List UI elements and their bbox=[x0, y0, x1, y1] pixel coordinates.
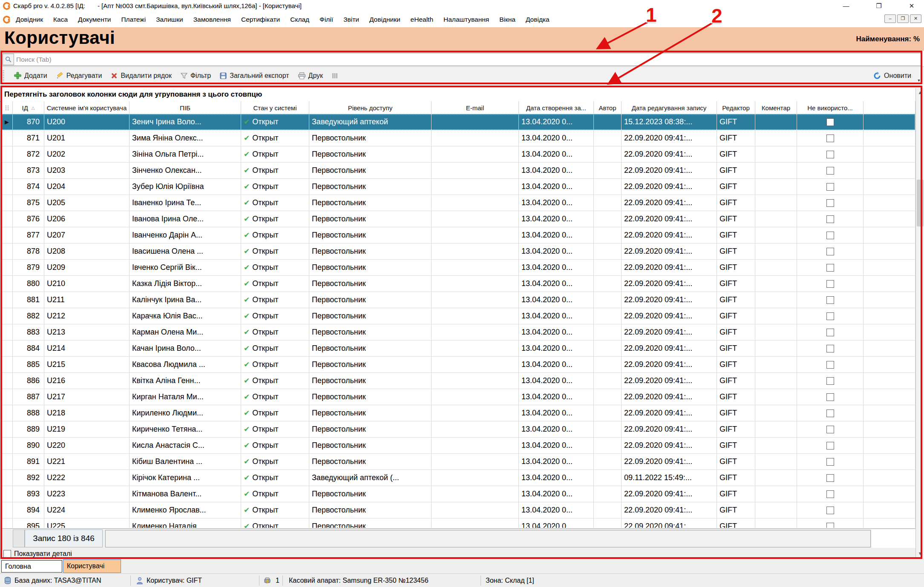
not-used-checkbox[interactable] bbox=[826, 329, 834, 336]
scroll-down-icon[interactable]: ▼ bbox=[916, 549, 924, 558]
not-used-checkbox[interactable] bbox=[826, 377, 834, 385]
column-header-id[interactable]: ІД△ bbox=[13, 101, 44, 114]
table-row[interactable]: 884U214Качан Ірина Воло...✔ОткрытПервост… bbox=[1, 341, 915, 357]
table-row[interactable]: 882U212Карачка Юлія Вас...✔ОткрытПервост… bbox=[1, 308, 915, 324]
not-used-checkbox[interactable] bbox=[826, 183, 834, 191]
table-row[interactable]: 885U215Квасова Людмила ...✔ОткрытПервост… bbox=[1, 357, 915, 373]
table-row[interactable]: 878U208Івасишена Олена ...✔ОткрытПервост… bbox=[1, 243, 915, 260]
table-row[interactable]: 876U206Іванова Ірина Оле...✔ОткрытПервос… bbox=[1, 211, 915, 227]
table-row[interactable]: 894U224Клименко Ярослав...✔ОткрытПервост… bbox=[1, 502, 915, 518]
minimize-button[interactable]: — bbox=[836, 0, 856, 11]
table-row[interactable]: 883U213Карман Олена Ми...✔ОткрытПервосто… bbox=[1, 324, 915, 341]
mdi-restore-button[interactable]: ❐ bbox=[897, 14, 909, 23]
mdi-close-button[interactable]: ✕ bbox=[910, 14, 921, 23]
table-row[interactable]: 881U211Калінчук Ірина Ва...✔ОткрытПервос… bbox=[1, 292, 915, 308]
horizontal-scrollbar-thumb[interactable] bbox=[105, 530, 871, 547]
scroll-up-icon[interactable]: ▲ bbox=[916, 88, 924, 97]
table-row[interactable]: 891U221Кібиш Валентина ...✔ОткрытПервост… bbox=[1, 454, 915, 470]
not-used-checkbox[interactable] bbox=[826, 215, 834, 223]
menu-item-залишки[interactable]: Залишки bbox=[151, 16, 188, 23]
table-row[interactable]: 880U210Казка Лідія Віктор...✔ОткрытПерво… bbox=[1, 276, 915, 292]
menu-item-довідники[interactable]: Довідники bbox=[364, 16, 406, 23]
not-used-checkbox[interactable] bbox=[826, 248, 834, 255]
not-used-checkbox[interactable] bbox=[826, 458, 834, 466]
not-used-checkbox[interactable] bbox=[826, 409, 834, 417]
tab-users[interactable]: Користувачі bbox=[63, 559, 121, 573]
table-row[interactable]: 875U205Іваненко Ірина Те...✔ОткрытПервос… bbox=[1, 195, 915, 211]
not-used-checkbox[interactable] bbox=[826, 393, 834, 401]
not-used-checkbox[interactable] bbox=[826, 151, 834, 158]
table-row[interactable]: 871U201Зима Яніна Олекс...✔ОткрытПервост… bbox=[1, 130, 915, 146]
column-header-email[interactable]: E-mail bbox=[432, 101, 519, 114]
refresh-button[interactable]: Оновити bbox=[869, 70, 915, 82]
not-used-checkbox[interactable] bbox=[826, 507, 834, 514]
not-used-checkbox[interactable] bbox=[826, 474, 834, 482]
table-row[interactable]: 872U202Зініна Ольга Петрі...✔ОткрытПерво… bbox=[1, 146, 915, 163]
table-row[interactable]: 873U203Зінченко Олексан...✔ОткрытПервост… bbox=[1, 163, 915, 179]
not-used-checkbox[interactable] bbox=[826, 523, 834, 528]
menu-item-ehealth[interactable]: eHealth bbox=[406, 16, 438, 23]
toolbar-grip-handle[interactable] bbox=[3, 70, 6, 81]
not-used-checkbox[interactable] bbox=[826, 426, 834, 433]
not-used-checkbox[interactable] bbox=[826, 345, 834, 352]
table-row[interactable]: ▶870U200Зенич Ірина Воло...✔ОткрытЗаведу… bbox=[1, 114, 915, 130]
column-header-notused[interactable]: Не використо... bbox=[797, 101, 864, 114]
table-row[interactable]: 895U225Клименко Наталія✔ОткрытПервостоль… bbox=[1, 518, 915, 528]
print-button[interactable]: Друк bbox=[294, 70, 328, 81]
maximize-button[interactable]: ❐ bbox=[869, 0, 889, 11]
close-button[interactable]: ✕ bbox=[902, 0, 921, 11]
column-header-editor[interactable]: Редактор bbox=[717, 101, 755, 114]
not-used-checkbox[interactable] bbox=[826, 199, 834, 207]
table-row[interactable]: 886U216Квітка Аліна Генн...✔ОткрытПервос… bbox=[1, 373, 915, 389]
table-row[interactable]: 892U222Кірічок Катерина ...✔ОткрытЗаведу… bbox=[1, 470, 915, 486]
search-box[interactable] bbox=[2, 53, 921, 66]
menu-item-звіти[interactable]: Звіти bbox=[338, 16, 364, 23]
table-row[interactable]: 877U207Іванченко Дарін А...✔ОткрытПервос… bbox=[1, 227, 915, 243]
table-row[interactable]: 887U217Кирган Наталя Ми...✔ОткрытПервост… bbox=[1, 389, 915, 405]
column-header-level[interactable]: Рівень доступу bbox=[309, 101, 432, 114]
menu-item-каса[interactable]: Каса bbox=[48, 16, 73, 23]
not-used-checkbox[interactable] bbox=[826, 296, 834, 304]
menu-item-склад[interactable]: Склад bbox=[285, 16, 314, 23]
filter-button[interactable]: Фільтр bbox=[176, 70, 215, 81]
menu-item-довідка[interactable]: Довідка bbox=[521, 16, 555, 23]
mdi-minimize-button[interactable]: – bbox=[884, 14, 896, 23]
column-header-edited[interactable]: Дата редагування запису bbox=[622, 101, 717, 114]
column-header-author[interactable]: Автор bbox=[594, 101, 622, 114]
tab-home[interactable]: Головна bbox=[1, 560, 62, 573]
add-button[interactable]: Додати bbox=[9, 70, 52, 81]
menu-item-сертифікати[interactable]: Сертифікати bbox=[236, 16, 285, 23]
not-used-checkbox[interactable] bbox=[826, 312, 834, 320]
search-input[interactable] bbox=[14, 55, 921, 64]
vertical-scrollbar[interactable]: ▲ ▼ bbox=[915, 88, 924, 558]
menu-item-філії[interactable]: Філії bbox=[314, 16, 338, 23]
not-used-checkbox[interactable] bbox=[826, 280, 834, 288]
show-details-checkbox[interactable] bbox=[3, 550, 11, 558]
column-header-state[interactable]: Стан у системі bbox=[241, 101, 309, 114]
not-used-checkbox[interactable] bbox=[826, 135, 834, 142]
edit-button[interactable]: Редагувати bbox=[52, 70, 107, 81]
toolbar-overflow-icon[interactable]: ▾ bbox=[915, 78, 922, 84]
not-used-checkbox[interactable] bbox=[826, 490, 834, 498]
column-header-created[interactable]: Дата створення за... bbox=[519, 101, 594, 114]
vertical-scrollbar-thumb[interactable] bbox=[917, 180, 924, 226]
not-used-checkbox[interactable] bbox=[826, 442, 834, 450]
column-header-sys[interactable]: Системне ім'я користувача bbox=[44, 101, 130, 114]
not-used-checkbox[interactable] bbox=[826, 118, 834, 126]
table-row[interactable]: 893U223Кітманова Валент...✔ОткрытПервост… bbox=[1, 486, 915, 502]
column-header-comment[interactable]: Коментар bbox=[755, 101, 797, 114]
not-used-checkbox[interactable] bbox=[826, 361, 834, 369]
column-header-name[interactable]: ПІБ bbox=[130, 101, 241, 114]
group-by-bar[interactable]: Перетягніть заголовок колонки сюди для у… bbox=[0, 88, 924, 102]
table-row[interactable]: 890U220Кисла Анастасія С...✔ОткрытПервос… bbox=[1, 438, 915, 454]
menu-item-платежі[interactable]: Платежі bbox=[116, 16, 151, 23]
not-used-checkbox[interactable] bbox=[826, 232, 834, 239]
table-row[interactable]: 889U219Кириченко Тетяна...✔ОткрытПервост… bbox=[1, 421, 915, 438]
table-row[interactable]: 888U218Кириленко Людми...✔ОткрытПервосто… bbox=[1, 405, 915, 421]
not-used-checkbox[interactable] bbox=[826, 167, 834, 175]
menu-item-налаштування[interactable]: Налаштування bbox=[438, 16, 494, 23]
delete-row-button[interactable]: Видалити рядок bbox=[106, 70, 176, 81]
menu-item-довідник[interactable]: Довідник bbox=[11, 16, 48, 23]
menu-item-документи[interactable]: Документи bbox=[73, 16, 116, 23]
columns-button[interactable] bbox=[327, 71, 343, 81]
